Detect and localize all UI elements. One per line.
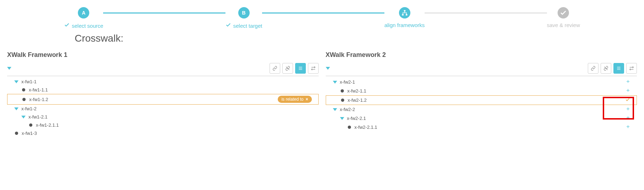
tree-item-label: x-fw1-2.1.1: [36, 122, 59, 128]
tree-item-label: x-fw1-2: [21, 106, 37, 111]
left-tree: x-fw1-1x-fw1-1.1x-fw1-1.2is related to×x…: [7, 78, 319, 137]
tree-item[interactable]: x-fw1-3: [7, 129, 319, 137]
tree-item-label: x-fw1-1.1: [29, 87, 48, 93]
tree-item-label: x-fw2-2.1: [347, 116, 366, 121]
collapse-all-icon[interactable]: [7, 67, 11, 70]
add-button[interactable]: [626, 88, 630, 94]
list-view-button[interactable]: [295, 63, 306, 74]
tree-item[interactable]: x-fw2-2.1: [326, 114, 637, 123]
tree-item[interactable]: x-fw2-1: [326, 78, 637, 86]
step-badge-a: A: [78, 7, 89, 19]
chevron-down-icon[interactable]: [14, 107, 18, 110]
step-connector: [103, 12, 225, 14]
step-label: save & review: [547, 22, 580, 28]
step-connector: [425, 12, 547, 14]
left-panel-toolbar: [7, 63, 319, 76]
tree-item-label: x-fw2-1.1: [347, 88, 366, 94]
link-button[interactable]: [270, 63, 280, 74]
panels: XWalk Framework 1 x-fw1-1x-fw1-1.1x-fw1-…: [0, 51, 644, 137]
step-connector: [262, 12, 384, 14]
tree-item-label: x-fw1-1.2: [29, 97, 48, 102]
bullet-icon: [29, 123, 32, 127]
step-label: select target: [233, 23, 262, 29]
confirm-button[interactable]: [625, 97, 630, 103]
swap-button[interactable]: [626, 63, 637, 74]
right-panel-title: XWalk Framework 2: [326, 51, 637, 59]
tree-item[interactable]: x-fw1-1.1: [7, 86, 319, 94]
right-tree: x-fw2-1x-fw2-1.1x-fw2-1.2x-fw2-2x-fw2-2.…: [326, 78, 637, 132]
tree-item[interactable]: x-fw1-1.2is related to×: [7, 94, 319, 105]
step-align-frameworks[interactable]: align frameworks: [384, 7, 425, 28]
right-panel-toolbar: [326, 63, 637, 76]
step-label: select source: [72, 23, 103, 29]
list-view-button[interactable]: [613, 63, 624, 74]
check-circle-icon: [558, 7, 569, 19]
bullet-icon: [341, 89, 344, 93]
unlink-button[interactable]: [282, 63, 293, 74]
page-title: Crosswalk:: [0, 33, 644, 51]
tree-item[interactable]: x-fw2-2.1.1: [326, 123, 637, 132]
tree-item-label: x-fw2-2.1.1: [355, 125, 377, 130]
left-panel: XWalk Framework 1 x-fw1-1x-fw1-1.1x-fw1-…: [7, 51, 319, 137]
unlink-button[interactable]: [601, 63, 611, 74]
relation-badge[interactable]: is related to×: [278, 96, 312, 103]
chevron-down-icon[interactable]: [21, 116, 26, 118]
step-select-target[interactable]: B select target: [225, 7, 262, 29]
tree-item[interactable]: x-fw1-1: [7, 78, 319, 86]
stepper: A select source B select target align fr…: [0, 0, 644, 33]
hierarchy-icon: [399, 7, 410, 19]
step-badge-b: B: [238, 7, 250, 19]
step-save-review[interactable]: save & review: [547, 7, 580, 28]
svg-rect-1: [402, 14, 404, 16]
tree-item[interactable]: x-fw1-2: [7, 105, 319, 113]
swap-button[interactable]: [308, 63, 319, 74]
chevron-down-icon[interactable]: [14, 80, 18, 83]
left-panel-title: XWalk Framework 1: [7, 51, 319, 59]
tree-item-label: x-fw1-2.1: [28, 114, 47, 120]
tree-item-label: x-fw2-1.2: [348, 97, 367, 103]
tree-item[interactable]: x-fw2-1.2: [326, 95, 637, 105]
chevron-down-icon[interactable]: [340, 117, 344, 120]
add-button[interactable]: [626, 124, 630, 130]
add-button[interactable]: [626, 106, 630, 112]
close-icon[interactable]: ×: [305, 97, 308, 102]
check-icon: [225, 22, 231, 29]
tree-item[interactable]: x-fw2-1.1: [326, 86, 637, 95]
tree-item-label: x-fw1-1: [21, 79, 37, 84]
bullet-icon: [341, 99, 344, 102]
tree-item-label: x-fw2-2: [340, 107, 355, 112]
add-button[interactable]: [626, 79, 630, 85]
collapse-all-icon[interactable]: [326, 67, 330, 70]
bullet-icon: [15, 132, 18, 135]
bullet-icon: [22, 98, 26, 101]
svg-rect-2: [406, 14, 408, 16]
check-icon: [64, 22, 70, 29]
bullet-icon: [22, 88, 25, 91]
svg-rect-0: [404, 10, 405, 12]
chevron-down-icon[interactable]: [333, 108, 337, 111]
tree-item[interactable]: x-fw1-2.1.1: [7, 121, 319, 129]
right-panel: XWalk Framework 2 x-fw2-1x-fw2-1.1x-fw2-…: [326, 51, 637, 137]
chevron-down-icon[interactable]: [333, 81, 337, 84]
relation-label: is related to: [281, 97, 303, 102]
tree-item-label: x-fw1-3: [22, 131, 37, 136]
tree-item[interactable]: x-fw1-2.1: [7, 113, 319, 121]
tree-item[interactable]: x-fw2-2: [326, 105, 637, 114]
bullet-icon: [348, 126, 351, 129]
add-button[interactable]: [626, 115, 630, 121]
link-button[interactable]: [588, 63, 598, 74]
step-select-source[interactable]: A select source: [64, 7, 103, 29]
step-label: align frameworks: [384, 22, 425, 28]
tree-item-label: x-fw2-1: [340, 79, 355, 85]
